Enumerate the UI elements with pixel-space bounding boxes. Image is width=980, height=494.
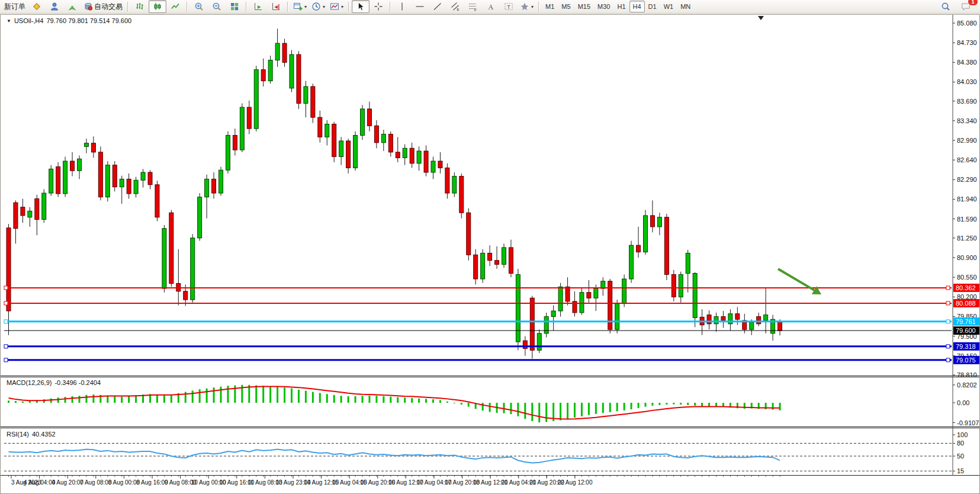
time-label[interactable]: 4 Aug 20:00 [52,479,84,486]
line-chart-button[interactable] [166,0,184,13]
cursor-button[interactable] [352,0,369,13]
templates-button[interactable]: ▾ [327,0,346,13]
bars-icon [135,2,144,11]
tf-h4-button[interactable]: H4 [629,1,645,12]
macd-tick-label: -0.9107 [957,419,979,426]
new-order-button[interactable]: 新订单 [2,0,28,13]
candle-body [84,143,88,147]
price-tick-label: 83.690 [957,98,977,105]
price-line-handle[interactable] [946,345,950,348]
periods-button[interactable]: ▾ [309,0,327,13]
price-line-handle[interactable] [4,345,8,348]
candle-body [664,217,669,275]
price-line-handle[interactable] [946,301,950,305]
tile-windows-button[interactable] [226,0,243,13]
new-chart-button[interactable]: ▾ [291,0,309,13]
bar-chart-button[interactable] [131,0,149,13]
tf-m5-button[interactable]: M5 [558,1,574,12]
toolbar-separator [390,2,391,12]
price-line-label: 79.318 [956,343,976,350]
arrow-annotation-line[interactable] [778,269,814,290]
label-button[interactable]: T [500,0,518,13]
macd-tick-label: 0.8202 [957,381,977,389]
time-label[interactable]: 4 Aug 04:00 [24,479,56,486]
chart-shift-button[interactable] [267,0,285,13]
macd-histogram-bar [92,394,94,403]
search-button[interactable] [937,0,955,13]
candle-body [424,151,428,172]
candle-body [403,148,407,158]
candle-body [381,134,385,143]
time-label[interactable]: 8 Aug 16:00 [136,479,168,486]
time-label[interactable]: 8 Aug 00:00 [108,479,140,486]
chart-title[interactable]: ▼ USOil-,H4 79.760 79.801 79.514 79.600 [7,17,131,24]
chat-button[interactable]: 1 [957,0,975,13]
macd-histogram-bar [348,396,349,403]
price-line-handle[interactable] [4,301,8,305]
symbol-dropdown-icon[interactable]: ▼ [7,18,11,24]
tf-w1-button[interactable]: W1 [660,1,677,12]
candle-body [134,180,138,194]
tf-d1-button[interactable]: D1 [645,1,660,12]
price-line-handle[interactable] [946,286,950,290]
macd-histogram-bar [206,389,208,403]
signals-button[interactable] [63,0,81,13]
price-line-handle[interactable] [4,358,8,362]
crosshair-button[interactable] [369,0,387,13]
macd-histogram-bar [326,394,328,403]
price-tick-label: 82.990 [957,137,977,144]
macd-histogram-bar [651,403,653,406]
price-tick-label: 84.380 [957,59,977,66]
candle-body [21,207,25,216]
macd-histogram-bar [199,389,201,403]
price-line-handle[interactable] [946,358,950,362]
support-button[interactable] [46,0,63,13]
zoom-out-button[interactable] [208,0,226,13]
price-line-handle[interactable] [4,320,8,323]
tf-m1-button[interactable]: M1 [542,1,558,12]
autotrade-button[interactable]: 自动交易 [81,0,125,13]
candle-body [226,135,230,170]
symbol-name: USOil-,H4 [14,17,44,24]
template-icon [330,2,339,11]
trendline-button[interactable] [429,0,446,13]
price-tick-label: 85.080 [957,20,977,27]
macd-histogram-bar [220,387,222,403]
candles-icon [153,2,162,11]
gold-button[interactable] [28,0,46,13]
price-line-handle[interactable] [946,320,950,323]
candle-body [28,211,32,217]
price-chart[interactable]: 85.08084.73084.38084.03083.69083.34082.9… [1,15,979,493]
text-button[interactable]: A [482,0,500,13]
macd-histogram-bar [114,396,115,403]
hline-button[interactable] [411,0,429,13]
candle-body [35,198,39,219]
time-label[interactable]: 22 Aug 12:00 [558,479,593,486]
macd-histogram-bar [72,396,73,403]
toolbar-separator [246,2,247,12]
price-line-handle[interactable] [4,286,8,290]
shapes-icon [520,2,529,11]
candle-chart-button[interactable] [149,0,166,13]
channel-button[interactable]: E [446,0,464,13]
candle-body [530,298,534,350]
shapes-button[interactable]: ▾ [518,0,536,13]
candle-body [558,287,563,311]
auto-scroll-button[interactable] [249,0,267,13]
price-tick-label: 84.030 [957,78,977,85]
chart-shift-marker[interactable] [758,16,764,20]
fibo-button[interactable]: F [464,0,482,13]
candle-body [7,228,11,311]
candle-body [565,287,570,301]
time-label[interactable]: 7 Aug 08:00 [80,479,112,486]
tf-m30-button[interactable]: M30 [594,1,613,12]
toolbar-separator [287,2,288,12]
zoom-in-button[interactable] [190,0,208,13]
vline-button[interactable] [393,0,411,13]
price-tick-label: 80.900 [957,254,977,261]
rsi-tick-label: 80 [957,440,964,447]
price-tick-label: 82.290 [957,176,977,183]
tf-h1-button[interactable]: H1 [613,1,629,12]
tf-mn-button[interactable]: MN [677,1,694,12]
tf-m15-button[interactable]: M15 [574,1,594,12]
